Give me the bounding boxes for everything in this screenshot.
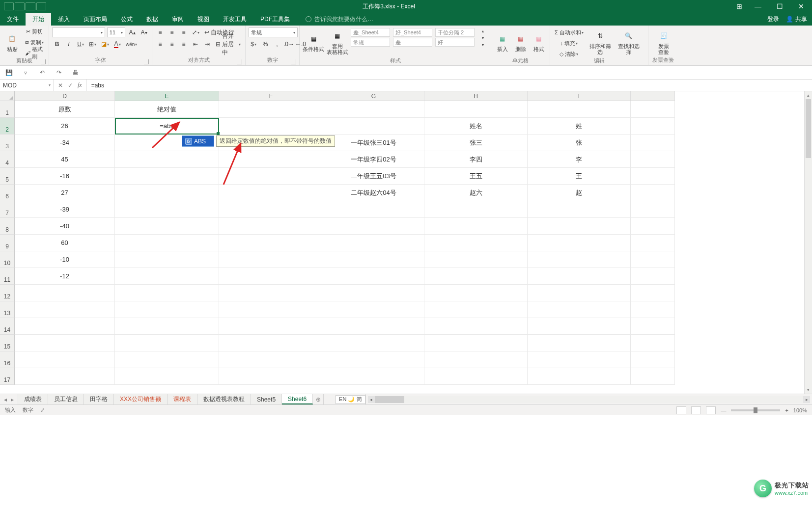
sheet-tab[interactable]: 员工信息 (48, 394, 84, 404)
style-item[interactable]: 差_Sheet4 (351, 28, 390, 37)
align-left-button[interactable]: ≡ (155, 39, 165, 49)
share-button[interactable]: 👤 共享 (786, 15, 807, 24)
autosum-button[interactable]: Σ 自动求和▾ (553, 27, 585, 37)
row-header[interactable]: 3 (0, 134, 15, 151)
col-header-H[interactable]: H (424, 91, 528, 101)
scroll-right-button[interactable]: ▸ (803, 396, 810, 403)
phonetic-button[interactable]: wén▾ (124, 39, 139, 49)
cell-I7[interactable] (528, 201, 631, 218)
account-menu-icon[interactable]: ⊞ (731, 0, 747, 13)
cell-I13[interactable] (528, 301, 631, 318)
cell-D6[interactable]: 27 (15, 185, 115, 201)
cell-H8[interactable] (424, 218, 528, 235)
style-item[interactable]: 好 (435, 38, 475, 47)
new-sheet-button[interactable]: ⊕ (313, 394, 324, 404)
cell-F2[interactable] (219, 118, 323, 134)
page-break-view-button[interactable] (706, 406, 716, 414)
font-size-combo[interactable]: 11▾ (107, 27, 125, 37)
cell-F5[interactable] (219, 168, 323, 185)
cell-F4[interactable] (219, 151, 323, 168)
sheet-nav-next[interactable]: ▸ (11, 396, 14, 403)
sheet-tab[interactable]: 课程表 (168, 394, 197, 404)
comma-format-button[interactable]: , (272, 39, 282, 49)
col-header-J[interactable] (631, 91, 675, 101)
row-header[interactable]: 4 (0, 151, 15, 168)
align-right-button[interactable]: ≡ (179, 39, 189, 49)
align-bottom-button[interactable]: ≡ (179, 27, 189, 37)
cell-J8[interactable] (631, 218, 675, 235)
cell-H16[interactable] (424, 351, 528, 368)
print-preview-button[interactable]: 🖶 (71, 68, 81, 78)
cell-D15[interactable] (15, 335, 115, 351)
align-center-button[interactable]: ≡ (167, 39, 177, 49)
cell-J1[interactable] (631, 101, 675, 118)
increase-decimal-button[interactable]: .0→ (284, 39, 294, 49)
cell-E13[interactable] (115, 301, 219, 318)
zoom-in-button[interactable]: + (785, 407, 788, 413)
font-dialog-launcher[interactable] (144, 59, 149, 64)
insert-cells-button[interactable]: ▦插入 (494, 27, 510, 57)
cell-J16[interactable] (631, 351, 675, 368)
cell-F6[interactable] (219, 185, 323, 201)
alignment-dialog-launcher[interactable] (237, 59, 242, 64)
cell-G13[interactable] (323, 301, 424, 318)
cell-E2[interactable]: =abs (115, 118, 219, 134)
close-button[interactable]: ✕ (790, 0, 812, 13)
cell-G15[interactable] (323, 335, 424, 351)
number-dialog-launcher[interactable] (291, 59, 296, 64)
cell-D1[interactable]: 原数 (15, 101, 115, 118)
cell-F16[interactable] (219, 351, 323, 368)
cell-F11[interactable] (219, 268, 323, 285)
cell-G8[interactable] (323, 218, 424, 235)
cell-G5[interactable]: 二年级王五03号 (323, 168, 424, 185)
cell-G17[interactable] (323, 368, 424, 385)
cell-H13[interactable] (424, 301, 528, 318)
cell-D17[interactable] (15, 368, 115, 385)
cell-D3[interactable]: -34 (15, 134, 115, 151)
save-button[interactable]: 💾 (4, 68, 14, 78)
cell-I6[interactable]: 赵 (528, 185, 631, 201)
cell-J15[interactable] (631, 335, 675, 351)
styles-more[interactable]: ▾ (478, 41, 488, 48)
cell-D8[interactable]: -40 (15, 218, 115, 235)
font-color-button[interactable]: A▾ (112, 39, 122, 49)
format-as-table-button[interactable]: ▦套用 表格格式 (327, 27, 349, 57)
cell-J11[interactable] (631, 268, 675, 285)
cell-H12[interactable] (424, 285, 528, 301)
cell-G9[interactable] (323, 235, 424, 251)
find-select-button[interactable]: 🔍查找和选择 (616, 27, 642, 57)
cell-styles-gallery[interactable]: 差_Sheet4 好_Sheet4 干位分隔 2 常规 差 好 (350, 27, 475, 47)
cell-J13[interactable] (631, 301, 675, 318)
col-header-F[interactable]: F (219, 91, 323, 101)
tab-insert[interactable]: 插入 (51, 13, 77, 26)
cell-D13[interactable] (15, 301, 115, 318)
name-box[interactable]: MOD ▾ (0, 80, 54, 91)
spreadsheet-grid[interactable]: D E F G H I 1234567891011121314151617 原数… (0, 91, 812, 394)
cell-J12[interactable] (631, 285, 675, 301)
cell-H3[interactable]: 张三 (424, 134, 528, 151)
format-painter-button[interactable]: 🖌 格式刷 (24, 48, 46, 58)
scroll-thumb[interactable] (375, 396, 404, 403)
sheet-tab[interactable]: 成绩表 (18, 394, 48, 404)
cell-I1[interactable] (528, 101, 631, 118)
scroll-left-button[interactable]: ◂ (368, 396, 375, 403)
formula-input[interactable]: =abs (86, 80, 812, 91)
tab-page-layout[interactable]: 页面布局 (77, 13, 114, 26)
login-link[interactable]: 登录 (767, 15, 779, 24)
cell-H15[interactable] (424, 335, 528, 351)
redo-button[interactable]: ↷ (54, 68, 64, 78)
format-cells-button[interactable]: ▦格式 (531, 27, 547, 57)
cell-I9[interactable] (528, 235, 631, 251)
cell-E8[interactable] (115, 218, 219, 235)
cell-J6[interactable] (631, 185, 675, 201)
cell-H6[interactable]: 赵六 (424, 185, 528, 201)
clipboard-dialog-launcher[interactable] (41, 59, 46, 64)
row-header[interactable]: 8 (0, 218, 15, 235)
cell-E7[interactable] (115, 201, 219, 218)
cell-G12[interactable] (323, 285, 424, 301)
tab-data[interactable]: 数据 (140, 13, 165, 26)
cell-J3[interactable] (631, 134, 675, 151)
cell-F8[interactable] (219, 218, 323, 235)
accounting-format-button[interactable]: $▾ (249, 39, 258, 49)
cell-F10[interactable] (219, 251, 323, 268)
